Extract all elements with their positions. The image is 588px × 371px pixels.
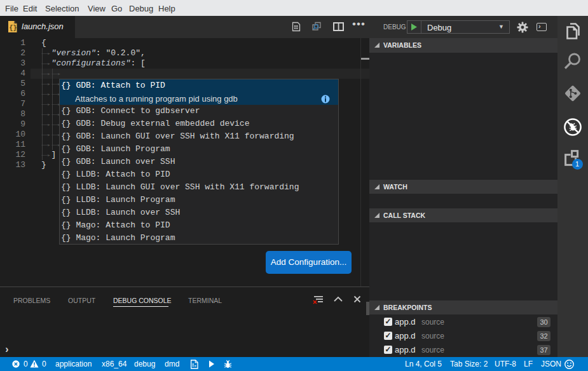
svg-text:{}: {}: [10, 25, 17, 32]
